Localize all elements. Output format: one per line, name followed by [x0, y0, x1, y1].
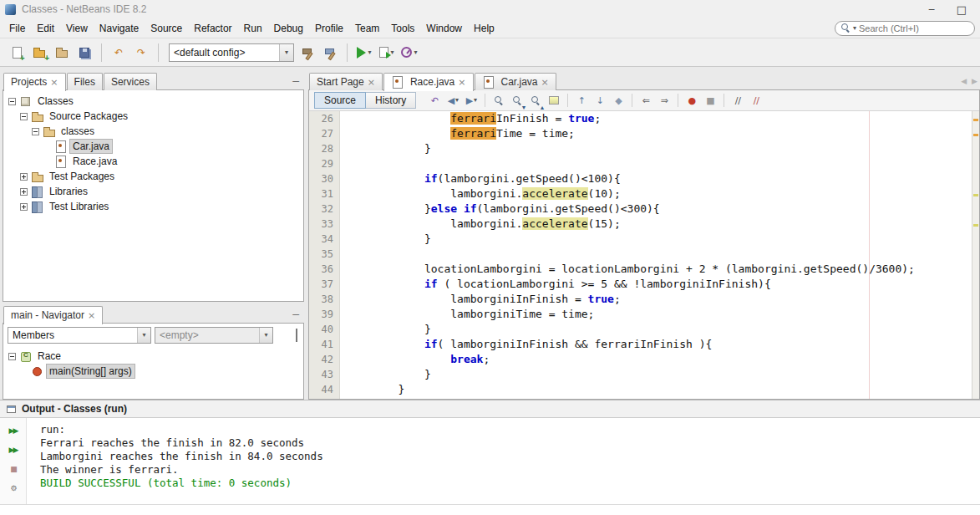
tree-item-race-java[interactable]: Race.java — [3, 154, 303, 169]
navigator-filter-combobox[interactable]: Members — [8, 327, 151, 344]
shift-line-left-button[interactable]: ⇐ — [637, 92, 654, 109]
tab-projects[interactable]: Projects — [3, 73, 66, 91]
code-text[interactable]: } — [339, 322, 431, 337]
expander-minus-icon[interactable] — [8, 98, 16, 105]
menu-file[interactable]: File — [3, 20, 31, 37]
comment-button[interactable]: // — [729, 92, 746, 109]
code-text[interactable]: lamborginiTime = time; — [339, 307, 594, 322]
menu-debug[interactable]: Debug — [268, 20, 309, 37]
code-text[interactable]: break; — [339, 352, 490, 367]
search-box[interactable] — [835, 21, 975, 36]
close-tab-icon[interactable] — [50, 78, 58, 87]
tree-item-car-java[interactable]: Car.java — [3, 139, 303, 154]
expander-minus-icon[interactable] — [20, 113, 28, 120]
find-selection-button[interactable] — [490, 92, 507, 109]
new-project-button[interactable] — [29, 43, 49, 63]
back-button[interactable]: ◀ — [444, 92, 461, 109]
scroll-tabs-right-icon[interactable]: ▶ — [969, 77, 980, 85]
back-dropdown-icon[interactable] — [455, 97, 459, 104]
minimize-panel-icon[interactable] — [292, 309, 299, 319]
toggle-bookmark-button[interactable]: ◆ — [610, 92, 627, 109]
navigator-filter-dropdown-button[interactable] — [137, 328, 150, 343]
code-editor[interactable]: 26 ferrariInFinish = true;27 ferrariTime… — [309, 111, 979, 399]
tree-item-source-packages[interactable]: Source Packages — [3, 109, 303, 124]
code-text[interactable]: } — [339, 232, 431, 247]
tree-item-main-string-args[interactable]: main(String[] args) — [3, 364, 303, 379]
code-text[interactable]: lamborgini.accelerate(15); — [339, 217, 621, 232]
tree-item-test-packages[interactable]: Test Packages — [3, 169, 303, 184]
rerun-with-different-parameters-button[interactable]: ▶▶ — [5, 442, 22, 457]
open-project-button[interactable] — [52, 43, 72, 63]
tab-race-java[interactable]: Race.java — [383, 73, 474, 91]
code-text[interactable]: if( lamborginiInFinish && ferrariInFinis… — [339, 337, 712, 352]
code-text[interactable]: } — [339, 367, 431, 382]
menu-navigate[interactable]: Navigate — [94, 20, 145, 37]
menu-source[interactable]: Source — [145, 20, 188, 37]
run-project-button[interactable] — [354, 43, 374, 63]
navigator-settings-button[interactable] — [296, 329, 297, 341]
tree-item-classes[interactable]: classes — [3, 124, 303, 139]
save-all-button[interactable] — [74, 43, 94, 63]
forward-button[interactable]: ▶ — [463, 92, 480, 109]
menu-view[interactable]: View — [60, 20, 94, 37]
tab-main-navigator[interactable]: main - Navigator — [3, 306, 103, 324]
menu-team[interactable]: Team — [349, 20, 385, 37]
minimize-panel-icon[interactable] — [292, 76, 299, 86]
tab-car-java[interactable]: Car.java — [475, 73, 556, 90]
last-edit-location-button[interactable]: ↶ — [426, 92, 443, 109]
menu-profile[interactable]: Profile — [309, 20, 349, 37]
code-text[interactable]: ferrariInFinish = true; — [339, 111, 601, 126]
tree-item-classes[interactable]: Classes — [3, 94, 303, 109]
code-text[interactable]: }else if(lamborgini.getSpeed()<300){ — [339, 201, 660, 217]
search-dropdown-icon[interactable] — [853, 25, 856, 32]
menu-help[interactable]: Help — [468, 20, 500, 37]
menu-edit[interactable]: Edit — [31, 20, 60, 37]
tree-item-test-libraries[interactable]: Test Libraries — [3, 199, 303, 214]
config-dropdown-button[interactable] — [279, 44, 293, 61]
search-input[interactable] — [859, 23, 968, 33]
code-text[interactable] — [339, 247, 346, 262]
code-text[interactable]: } — [339, 382, 404, 397]
config-combobox[interactable]: <default config> — [169, 43, 294, 62]
code-text[interactable]: ferrariTime = time; — [339, 126, 575, 141]
build-project-button[interactable] — [297, 43, 317, 63]
rerun-button[interactable]: ▶▶ — [5, 423, 22, 438]
new-file-button[interactable] — [7, 43, 27, 63]
clean-build-project-button[interactable] — [320, 43, 340, 63]
expander-plus-icon[interactable] — [20, 188, 28, 196]
view-history-button[interactable]: History — [366, 92, 416, 109]
expander-plus-icon[interactable] — [20, 173, 28, 181]
debug-project-button[interactable] — [377, 43, 397, 63]
maximize-window-icon[interactable] — [947, 3, 977, 16]
stop-build-button[interactable]: ■ — [5, 461, 22, 477]
redo-button[interactable]: ↷ — [131, 43, 151, 63]
next-bookmark-button[interactable]: ↓ — [592, 92, 608, 109]
scroll-tabs-left-icon[interactable]: ◀ — [958, 77, 969, 85]
code-text[interactable]: lamborgini.accelerate(10); — [339, 186, 621, 201]
run-project-dropdown-icon[interactable] — [368, 49, 371, 56]
code-text[interactable]: if(lamborgini.getSpeed()<100){ — [339, 171, 621, 186]
code-text[interactable]: lamborginiInFinish = true; — [339, 292, 621, 307]
close-tab-icon[interactable] — [88, 311, 95, 320]
start-macro-recording-button[interactable]: ● — [683, 92, 700, 109]
find-next-occurrence-button[interactable]: ▼ — [509, 92, 526, 109]
occurrence-mark[interactable] — [973, 134, 978, 136]
occurrence-mark[interactable] — [973, 224, 978, 227]
view-source-button[interactable]: Source — [314, 92, 366, 109]
output-settings-button[interactable]: ⚙ — [5, 481, 22, 496]
code-text[interactable]: if ( locationLamborgini >= 5 && !lamborg… — [339, 277, 771, 292]
uncomment-button[interactable]: // — [748, 92, 764, 109]
output-header[interactable]: Output - Classes (run) — [0, 400, 980, 418]
tree-item-libraries[interactable]: Libraries — [3, 184, 303, 199]
expander-plus-icon[interactable] — [20, 203, 28, 211]
previous-bookmark-button[interactable]: ↑ — [573, 92, 590, 109]
menu-tools[interactable]: Tools — [385, 20, 420, 37]
forward-dropdown-icon[interactable] — [474, 97, 477, 104]
tab-services[interactable]: Services — [104, 73, 157, 90]
undo-button[interactable]: ↶ — [109, 43, 129, 63]
tab-start-page[interactable]: Start Page — [309, 73, 383, 90]
code-text[interactable]: locationLamborgini = locationLamborgini … — [339, 262, 915, 277]
profile-project-dropdown-icon[interactable] — [414, 49, 417, 56]
minimize-window-icon[interactable] — [917, 4, 947, 15]
occurrence-mark[interactable] — [973, 194, 978, 196]
